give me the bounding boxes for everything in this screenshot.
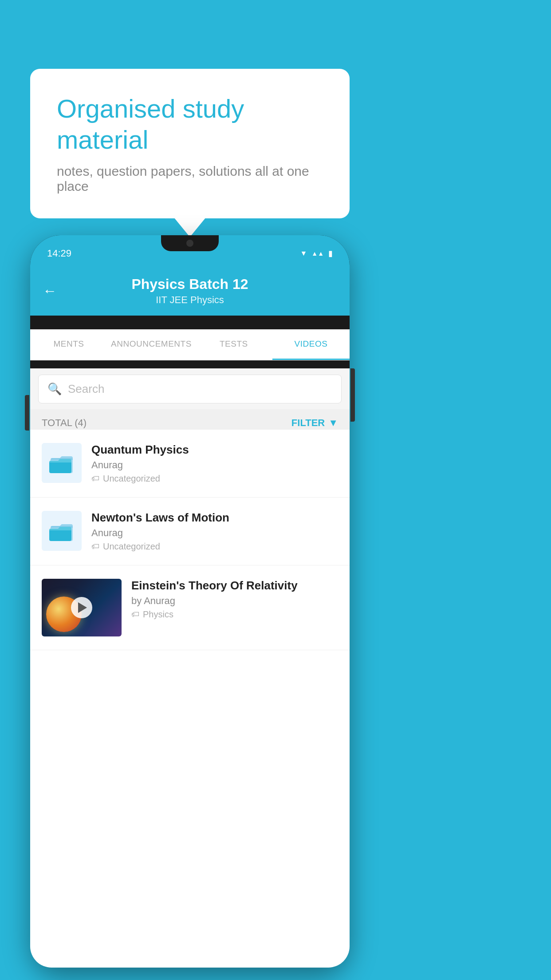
video-title: Einstein's Theory Of Relativity: [131, 579, 338, 593]
tab-announcements[interactable]: ANNOUNCEMENTS: [107, 329, 195, 360]
tag-label: Uncategorized: [103, 474, 160, 484]
video-info: Einstein's Theory Of Relativity by Anura…: [131, 579, 338, 620]
search-bar-wrapper: 🔍 Search: [30, 368, 350, 410]
app-title: Physics Batch 12: [43, 276, 337, 292]
folder-thumbnail: [42, 511, 82, 551]
speech-bubble-subtitle: notes, question papers, solutions all at…: [57, 164, 323, 194]
video-thumbnail: [42, 579, 122, 636]
speech-bubble: Organised study material notes, question…: [30, 69, 350, 218]
tab-videos[interactable]: VIDEOS: [272, 329, 350, 360]
video-author: Anurag: [91, 459, 338, 471]
tag-label: Physics: [143, 609, 173, 620]
play-button[interactable]: [71, 597, 92, 618]
tabs-bar: MENTS ANNOUNCEMENTS TESTS VIDEOS: [30, 329, 350, 360]
tag-label: Uncategorized: [103, 541, 160, 552]
phone-frame: 14:29 ▼ ▲▲ ▮ ← Physics Batch 12 IIT JEE …: [30, 235, 350, 968]
video-title: Quantum Physics: [91, 443, 338, 457]
app-header: ← Physics Batch 12 IIT JEE Physics: [30, 265, 350, 316]
volume-button: [25, 395, 29, 431]
total-label: TOTAL (4): [42, 417, 87, 429]
video-info: Quantum Physics Anurag 🏷 Uncategorized: [91, 443, 338, 484]
list-item[interactable]: Newton's Laws of Motion Anurag 🏷 Uncateg…: [30, 498, 350, 565]
speech-bubble-container: Organised study material notes, question…: [30, 69, 350, 218]
tag-icon: 🏷: [131, 610, 139, 619]
tab-ments[interactable]: MENTS: [30, 329, 107, 360]
notch: [161, 235, 219, 251]
video-tag: 🏷 Uncategorized: [91, 474, 338, 484]
svg-rect-1: [49, 461, 71, 473]
search-bar[interactable]: 🔍 Search: [38, 375, 342, 403]
video-tag: 🏷 Uncategorized: [91, 541, 338, 552]
video-author: Anurag: [91, 527, 338, 539]
app-subtitle: IIT JEE Physics: [43, 294, 337, 306]
filter-button[interactable]: FILTER ▼: [291, 417, 338, 429]
status-time: 14:29: [47, 248, 71, 259]
signal-icon: ▲▲: [311, 250, 324, 257]
tab-tests[interactable]: TESTS: [195, 329, 272, 360]
tag-icon: 🏷: [91, 542, 99, 551]
folder-icon: [48, 450, 75, 476]
status-icons: ▼ ▲▲ ▮: [300, 249, 333, 258]
folder-icon: [48, 518, 75, 544]
search-input[interactable]: Search: [68, 382, 104, 396]
content-area: Quantum Physics Anurag 🏷 Uncategorized: [30, 430, 350, 968]
speech-bubble-title: Organised study material: [57, 93, 323, 155]
video-tag: 🏷 Physics: [131, 609, 338, 620]
video-title: Newton's Laws of Motion: [91, 511, 338, 525]
wifi-icon: ▼: [300, 249, 307, 257]
status-bar: 14:29 ▼ ▲▲ ▮: [30, 235, 350, 265]
play-icon: [78, 602, 87, 613]
battery-icon: ▮: [328, 249, 333, 258]
search-icon: 🔍: [47, 382, 62, 396]
power-button: [350, 368, 355, 422]
filter-icon: ▼: [328, 417, 338, 429]
video-author: by Anurag: [131, 595, 338, 607]
filter-label: FILTER: [291, 417, 325, 429]
svg-rect-3: [49, 529, 71, 541]
video-info: Newton's Laws of Motion Anurag 🏷 Uncateg…: [91, 511, 338, 552]
list-item[interactable]: Einstein's Theory Of Relativity by Anura…: [30, 565, 350, 650]
folder-thumbnail: [42, 443, 82, 483]
list-item[interactable]: Quantum Physics Anurag 🏷 Uncategorized: [30, 430, 350, 498]
back-button[interactable]: ←: [43, 282, 57, 299]
camera: [186, 240, 193, 247]
tag-icon: 🏷: [91, 474, 99, 483]
